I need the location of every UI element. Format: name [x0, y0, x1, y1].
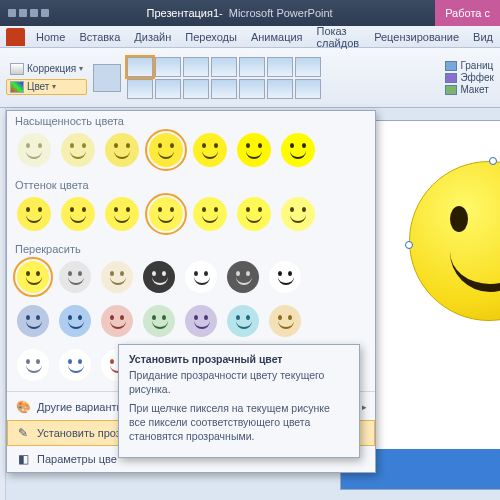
- format-picture-icon: ◧: [15, 451, 31, 467]
- color-icon: [10, 81, 24, 93]
- document-title: Презентация1: [146, 7, 219, 19]
- window-caption-icons: [8, 7, 52, 19]
- tooltip-body-1: Придание прозрачности цвету текущего рис…: [129, 369, 349, 396]
- window-titlebar: Презентация1 - Microsoft PowerPoint: [0, 0, 435, 26]
- picture-style-thumb[interactable]: [155, 79, 181, 99]
- picture-style-thumb[interactable]: [267, 57, 293, 77]
- tooltip-title: Установить прозрачный цвет: [129, 353, 349, 365]
- tone-row: [7, 193, 375, 239]
- color-swatch[interactable]: [227, 261, 259, 293]
- recolor-row: [7, 257, 375, 301]
- border-icon: [445, 61, 457, 71]
- color-swatch[interactable]: [105, 133, 139, 167]
- color-swatch[interactable]: [101, 261, 133, 293]
- picture-style-thumb[interactable]: [211, 57, 237, 77]
- picture-effects-button[interactable]: Эффек: [445, 72, 494, 83]
- corrections-icon: [10, 63, 24, 75]
- chevron-down-icon: ▾: [52, 82, 56, 91]
- color-swatch[interactable]: [149, 197, 183, 231]
- tooltip: Установить прозрачный цвет Придание проз…: [118, 344, 360, 458]
- color-swatch[interactable]: [105, 197, 139, 231]
- file-tab[interactable]: [6, 28, 25, 46]
- effects-icon: [445, 73, 457, 83]
- color-swatch[interactable]: [17, 305, 49, 337]
- color-swatch[interactable]: [193, 133, 227, 167]
- color-swatch[interactable]: [59, 305, 91, 337]
- color-swatch[interactable]: [281, 197, 315, 231]
- chevron-right-icon: ▸: [362, 402, 367, 412]
- corrections-button[interactable]: Коррекция ▾: [6, 61, 87, 77]
- app-name: Microsoft PowerPoint: [229, 7, 333, 19]
- chevron-down-icon: ▾: [79, 64, 83, 73]
- color-swatch[interactable]: [193, 197, 227, 231]
- tab-slideshow[interactable]: Показ слайдов: [310, 22, 368, 52]
- color-swatch[interactable]: [185, 261, 217, 293]
- recolor-heading: Перекрасить: [7, 239, 375, 257]
- more-variants-label: Другие варианты: [37, 401, 125, 413]
- ribbon-tabs: Home Вставка Дизайн Переходы Анимация По…: [0, 26, 500, 48]
- tab-animation[interactable]: Анимация: [244, 28, 310, 46]
- picture-style-thumb[interactable]: [295, 57, 321, 77]
- picture-style-thumb[interactable]: [183, 57, 209, 77]
- picture-style-thumb[interactable]: [295, 79, 321, 99]
- tab-home[interactable]: Home: [29, 28, 72, 46]
- title-sep: -: [219, 7, 223, 19]
- color-swatch[interactable]: [59, 261, 91, 293]
- color-parameters-label: Параметры цве: [37, 453, 117, 465]
- palette-icon: 🎨: [15, 399, 31, 415]
- picture-style-thumb[interactable]: [211, 79, 237, 99]
- picture-layout-button[interactable]: Макет: [445, 84, 494, 95]
- color-label: Цвет: [27, 81, 49, 92]
- color-swatch[interactable]: [281, 133, 315, 167]
- color-swatch[interactable]: [17, 261, 49, 293]
- selection-handle[interactable]: [489, 157, 497, 165]
- picture-style-thumb[interactable]: [239, 79, 265, 99]
- color-swatch[interactable]: [143, 305, 175, 337]
- picture-style-thumb[interactable]: [183, 79, 209, 99]
- color-button[interactable]: Цвет ▾: [6, 79, 87, 95]
- picture-style-thumb[interactable]: [239, 57, 265, 77]
- picture-style-thumb[interactable]: [155, 57, 181, 77]
- saturation-row: [7, 129, 375, 175]
- selection-handle[interactable]: [405, 241, 413, 249]
- color-swatch[interactable]: [59, 349, 91, 381]
- color-swatch[interactable]: [143, 261, 175, 293]
- saturation-heading: Насыщенность цвета: [7, 111, 375, 129]
- picture-styles-gallery[interactable]: [127, 57, 439, 77]
- color-swatch[interactable]: [237, 197, 271, 231]
- picture-style-thumb[interactable]: [267, 79, 293, 99]
- color-swatch[interactable]: [269, 261, 301, 293]
- tab-view[interactable]: Вид: [466, 28, 500, 46]
- remove-bg-icon[interactable]: [93, 64, 121, 92]
- color-swatch[interactable]: [17, 349, 49, 381]
- eyedropper-icon: ✎: [15, 425, 31, 441]
- recolor-row: [7, 301, 375, 345]
- tab-transitions[interactable]: Переходы: [178, 28, 244, 46]
- tab-insert[interactable]: Вставка: [72, 28, 127, 46]
- picture-style-thumb[interactable]: [127, 57, 153, 77]
- selected-picture-smiley[interactable]: [409, 161, 500, 321]
- ribbon-body: Коррекция ▾ Цвет ▾: [0, 48, 500, 108]
- color-swatch[interactable]: [185, 305, 217, 337]
- layout-icon: [445, 85, 457, 95]
- color-swatch[interactable]: [227, 305, 259, 337]
- color-swatch[interactable]: [61, 133, 95, 167]
- color-swatch[interactable]: [17, 197, 51, 231]
- tab-design[interactable]: Дизайн: [127, 28, 178, 46]
- picture-style-thumb[interactable]: [127, 79, 153, 99]
- color-swatch[interactable]: [269, 305, 301, 337]
- color-swatch[interactable]: [17, 133, 51, 167]
- tab-review[interactable]: Рецензирование: [367, 28, 466, 46]
- picture-border-button[interactable]: Границ: [445, 60, 494, 71]
- contextual-tab-picture-tools[interactable]: Работа с: [435, 0, 500, 26]
- tone-heading: Оттенок цвета: [7, 175, 375, 193]
- color-swatch[interactable]: [237, 133, 271, 167]
- corrections-label: Коррекция: [27, 63, 76, 74]
- color-swatch[interactable]: [101, 305, 133, 337]
- color-swatch[interactable]: [61, 197, 95, 231]
- color-swatch[interactable]: [149, 133, 183, 167]
- tooltip-body-2: При щелчке пикселя на текущем рисунке вс…: [129, 402, 349, 443]
